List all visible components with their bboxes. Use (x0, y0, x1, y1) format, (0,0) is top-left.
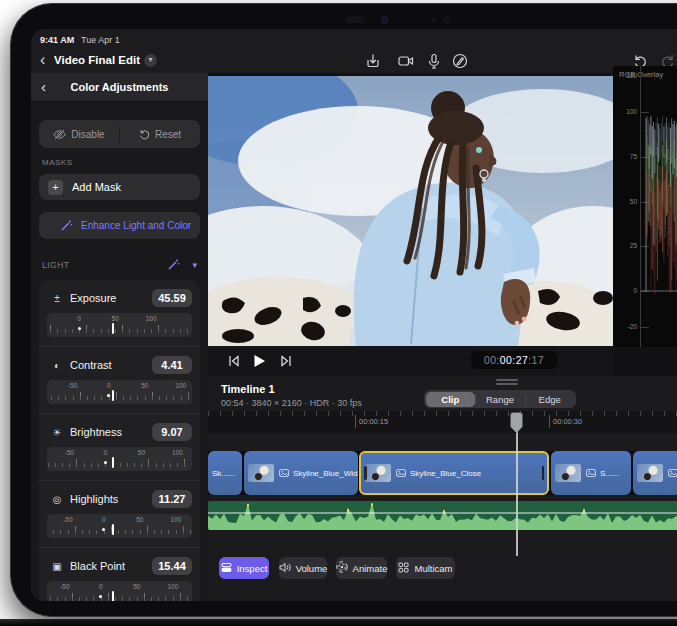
scope-graph (640, 66, 677, 347)
animate-icon (336, 561, 348, 575)
tool-label: Multicam (414, 563, 452, 574)
multicam-icon (398, 562, 409, 575)
slider-ruler[interactable]: -50050100 (47, 514, 192, 538)
auto-enhance-icon[interactable] (167, 258, 180, 271)
ruler-tick-label: -50 (60, 583, 69, 590)
ruler-ticks (47, 325, 192, 333)
slider-value[interactable]: 9.07 (152, 423, 192, 441)
slider-row-contrast: ◐Contrast4.41-50050100 (39, 346, 200, 413)
value-indicator (112, 323, 114, 334)
timeline-drag-handle[interactable] (496, 379, 518, 381)
clip-thumbnail (365, 464, 391, 482)
ruler-tick-label: 100 (167, 583, 178, 590)
contrast-icon: ◐ (49, 360, 65, 371)
reset-button[interactable]: Reset (120, 120, 200, 148)
clip-thumbnail (637, 464, 663, 482)
status-time: 9:41 AM (40, 35, 74, 45)
color-adjustments-panel: ‹ Color Adjustments Disable Reset MASKS (31, 73, 208, 601)
rgb-waveform (641, 66, 677, 347)
skip-forward-icon[interactable] (278, 353, 294, 369)
collapse-chevron-icon[interactable]: ▾ (192, 260, 197, 270)
photo-icon (668, 468, 677, 479)
slider-ruler[interactable]: 050100 (47, 313, 192, 337)
timecode-frames: :17 (528, 354, 544, 366)
mode-range[interactable]: Range (475, 392, 525, 407)
volume-icon (279, 562, 291, 575)
timeline-ruler[interactable]: 00:00:1500:00:30 (208, 411, 677, 433)
scope-axis-label: -20 (615, 323, 637, 330)
timeline-clip[interactable]: Skyline_Blue_Close (359, 451, 549, 495)
panel-back-chevron-icon[interactable]: ‹ (41, 78, 46, 95)
audio-track[interactable] (208, 501, 677, 530)
pencil-draw-icon[interactable] (451, 52, 469, 70)
ruler-tick-label: 100 (175, 382, 186, 389)
ruler-tick-label: 0 (104, 449, 108, 456)
zero-marker (78, 327, 81, 330)
masks-section-label: MASKS (42, 158, 208, 167)
tool-label: Animate (353, 563, 388, 574)
timeline-title[interactable]: Timeline 1 (221, 383, 275, 395)
record-camera-icon[interactable] (397, 52, 415, 70)
microphone-icon[interactable] (425, 52, 443, 70)
volume-button[interactable]: Volume (279, 557, 327, 579)
scope-axis-label: 75 (615, 153, 637, 160)
import-icon[interactable] (364, 52, 382, 70)
slider-ruler[interactable]: -50050100 (47, 447, 192, 471)
timeline-clip[interactable]: Sk...... (208, 451, 242, 495)
slider-head: ▣Black Point15.44 (47, 555, 192, 577)
timecode-display[interactable]: 00:00:27:17 (471, 351, 557, 369)
trim-handle-left[interactable] (364, 466, 367, 480)
trim-handle-right[interactable] (542, 466, 545, 480)
mode-edge[interactable]: Edge (525, 392, 575, 407)
project-title[interactable]: Video Final Edit (54, 54, 140, 66)
project-dropdown-chevron-icon[interactable]: ▾ (144, 54, 157, 67)
back-chevron-icon[interactable]: ‹ (40, 50, 45, 70)
play-icon[interactable] (251, 353, 267, 369)
clip-thumbnail (555, 464, 581, 482)
slider-ruler[interactable]: -50050100 (47, 581, 192, 601)
inspect-button[interactable]: Inspect (219, 557, 269, 579)
disable-button[interactable]: Disable (39, 120, 119, 148)
slider-row-exposure: ±Exposure45.59050100 (39, 280, 200, 346)
slider-name: Contrast (70, 359, 152, 371)
slider-head: ◐Contrast4.41 (47, 354, 192, 376)
audio-waveform (208, 501, 677, 530)
slider-row-brightness: ☀Brightness9.07-50050100 (39, 413, 200, 480)
timeline-clip[interactable] (633, 451, 677, 495)
clip-thumbnail (248, 464, 274, 482)
tool-label: Volume (296, 563, 328, 574)
highlights-icon: ◎ (49, 494, 65, 505)
scope-axis-label: 0 (615, 287, 637, 294)
panel-title: Color Adjustments (31, 73, 208, 102)
marketing-stage: 9:41 AM Tue Apr 1 ‹ Video Final Edit ▾ (0, 0, 677, 626)
slider-value[interactable]: 11.27 (152, 490, 192, 508)
transport-bar: 00:00:27:17 (208, 346, 613, 376)
magic-wand-icon (60, 219, 73, 232)
app-title-bar: ‹ Video Final Edit ▾ (31, 49, 677, 73)
timeline-clip[interactable]: S...... (551, 451, 631, 495)
reset-icon (139, 129, 150, 140)
video-frame-image (208, 76, 613, 346)
black-point-icon: ▣ (49, 561, 65, 572)
multicam-button[interactable]: Multicam (396, 557, 455, 579)
light-sliders-card: ±Exposure45.59050100◐Contrast4.41-500501… (39, 280, 200, 601)
video-preview (208, 76, 613, 346)
scope-axis-label: 100 (615, 108, 637, 115)
mode-clip[interactable]: Clip (426, 392, 476, 407)
light-section-header: LIGHT ▾ (42, 258, 197, 271)
slider-value[interactable]: 45.59 (152, 289, 192, 307)
add-mask-label: Add Mask (72, 181, 121, 193)
slider-head: ☀Brightness9.07 (47, 421, 192, 443)
animate-button[interactable]: Animate (336, 557, 387, 579)
slider-value[interactable]: 15.44 (152, 557, 192, 575)
timeline-clip[interactable]: Skyline_Blue_Wide (244, 451, 358, 495)
ruler-tick-label: 0 (77, 315, 81, 322)
slider-ruler[interactable]: -50050100 (47, 380, 192, 404)
disable-label: Disable (71, 129, 104, 140)
ruler-timestamp: 00:00:30 (549, 415, 582, 428)
enhance-light-color-button[interactable]: Enhance Light and Color (39, 212, 200, 239)
slider-value[interactable]: 4.41 (152, 356, 192, 374)
add-mask-button[interactable]: + Add Mask (39, 174, 200, 200)
skip-back-icon[interactable] (226, 353, 242, 369)
ruler-tick-label: 0 (99, 583, 103, 590)
